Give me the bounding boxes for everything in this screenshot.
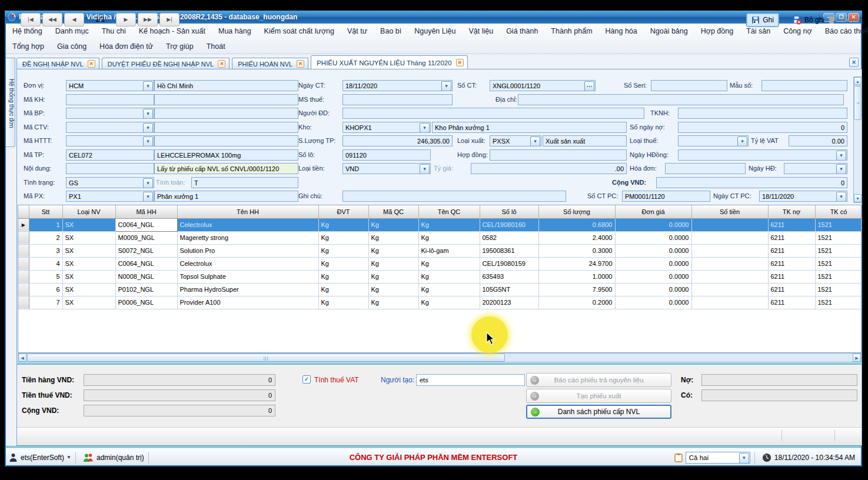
scroll-thumb-horizontal[interactable]: ||| — [27, 354, 505, 362]
grid-cell[interactable]: 0.0000 — [615, 244, 691, 257]
ma-px-combo[interactable]: PX1 — [66, 191, 154, 202]
grid-cell[interactable]: C0064_NGL — [115, 218, 177, 231]
noi-dung-note-field[interactable]: Lấy từ phiếu cấp NVL số CNVL/0001/1120 — [154, 163, 298, 174]
grid-cell[interactable]: Provider A100 — [177, 296, 318, 309]
grid-cell[interactable]: 0.0000 — [615, 283, 691, 296]
menu-item-row1-14[interactable]: Hợp đồng — [694, 27, 740, 35]
grid-cell[interactable]: 0.3000 — [538, 244, 615, 257]
loai-tien-combo[interactable]: VND — [342, 163, 431, 174]
grid-cell[interactable]: 6 — [29, 283, 62, 296]
grid-cell[interactable]: Kg — [418, 296, 480, 309]
grid-cell[interactable]: 2.4000 — [538, 231, 615, 244]
row-marker[interactable] — [18, 244, 29, 257]
grid-cell[interactable]: CEL/19080160 — [480, 218, 538, 231]
row-marker[interactable] — [18, 296, 29, 309]
grid-cell[interactable] — [691, 296, 768, 309]
tab-2[interactable]: PHIẾU HOÀN NVL✕ — [232, 58, 308, 69]
ma-tp-field[interactable]: CEL072 — [66, 149, 154, 161]
tab-close-icon[interactable]: ✕ — [218, 60, 225, 68]
mode-combo[interactable]: Cả hai — [686, 452, 750, 464]
grid-cell[interactable] — [691, 231, 768, 244]
grid-header-12[interactable]: TK có — [815, 205, 862, 218]
grid-cell[interactable]: 7.9500 — [538, 283, 615, 296]
grid-cell[interactable]: SX — [62, 231, 115, 244]
so-ngay-no-field[interactable]: 0 — [678, 122, 847, 133]
vat-checkbox[interactable]: ✓ — [302, 375, 311, 384]
grid-cell[interactable]: 2 — [29, 231, 62, 244]
grid-header-5[interactable]: Mã QC — [368, 205, 418, 218]
nav-next-icon[interactable]: ▶ — [116, 13, 136, 26]
menu-item-row1-8[interactable]: Nguyên Liệu — [408, 27, 462, 35]
menu-item-row1-11[interactable]: Thành phẩm — [544, 27, 598, 35]
menu-item-row2-3[interactable]: Trợ giúp — [159, 42, 200, 51]
menu-item-row1-7[interactable]: Bao bì — [374, 27, 408, 35]
grid-cell[interactable]: SX — [62, 244, 115, 257]
grid-header-6[interactable]: Tên QC — [418, 205, 480, 218]
grid-cell[interactable]: 6211 — [768, 270, 815, 283]
kho-name-field[interactable]: Kho Phân xưởng 1 — [432, 122, 627, 133]
scroll-down-icon[interactable]: ▼ — [854, 194, 862, 202]
grid-cell[interactable]: Kg — [368, 296, 418, 309]
menu-item-row2-1[interactable]: Gia công — [51, 42, 93, 51]
vat-checkbox-label[interactable]: Tính thuế VAT — [314, 375, 359, 385]
grid-header-0[interactable]: Stt — [29, 205, 62, 218]
grid-cell[interactable]: Topsol Sulphate — [177, 270, 318, 283]
ngay-hd-combo[interactable] — [784, 163, 847, 174]
ma-httt-combo[interactable] — [66, 135, 154, 146]
grid-cell[interactable]: 0.0000 — [615, 270, 691, 283]
grid-header-2[interactable]: Mã HH — [115, 205, 177, 218]
ten-px-field[interactable]: Phân xưởng 1 — [154, 191, 298, 202]
tab-0[interactable]: ĐỀ NGHỊ NHẬP NVL✕ — [16, 58, 99, 69]
menu-item-row1-17[interactable]: Báo cáo thuế — [819, 27, 868, 35]
grid-cell[interactable]: Kg — [318, 257, 368, 270]
grid-cell[interactable]: 195008361 — [480, 244, 538, 257]
grid-cell[interactable]: Kg — [368, 270, 418, 283]
grid-cell[interactable]: Kg — [368, 218, 418, 231]
grid-cell[interactable]: M0009_NGL — [115, 231, 177, 244]
so-seri-field[interactable] — [651, 80, 727, 91]
ma-bp-combo[interactable] — [66, 108, 154, 119]
loai-xuat-name-field[interactable]: Xuất sản xuất — [543, 135, 627, 146]
grid-cell[interactable] — [691, 283, 768, 296]
grid-cell[interactable]: SX — [62, 296, 115, 309]
tinh-trang-combo[interactable]: GS — [66, 177, 154, 188]
form-vertical-scrollbar[interactable]: ▲ ≡ ▼ — [853, 76, 862, 203]
menu-item-row1-1[interactable]: Danh mục — [49, 27, 95, 35]
grid-cell[interactable]: Ki-lô-gam — [418, 244, 480, 257]
nav-first-icon[interactable]: |◀ — [21, 13, 41, 26]
grid-cell[interactable]: P0102_NGL — [115, 283, 177, 296]
ngay-hdong-combo[interactable] — [678, 149, 847, 161]
menu-item-row1-2[interactable]: Thu chi — [95, 27, 132, 35]
nav-fast-prev-icon[interactable]: ◀◀ — [42, 13, 62, 26]
grid-cell[interactable]: 6211 — [768, 296, 815, 309]
grid-cell[interactable]: 0.0000 — [615, 231, 691, 244]
scroll-right-icon[interactable]: ▶ — [853, 354, 861, 362]
loai-thue-combo[interactable] — [678, 135, 749, 146]
ten-kh-field[interactable] — [154, 94, 298, 105]
ngay-ct-combo[interactable]: 18/11/2020 — [342, 80, 453, 91]
grid-header-3[interactable]: Tên HH — [177, 205, 318, 218]
tao-phieu-xuat-button[interactable]: → Tạo phiếu xuất — [526, 389, 671, 403]
menu-item-row1-3[interactable]: Kế hoạch - Sản xuất — [132, 27, 212, 35]
tab-close-icon[interactable]: ✕ — [297, 60, 304, 68]
cong-vnd-field[interactable]: 0 — [656, 177, 847, 188]
ten-ctv-field[interactable] — [154, 122, 298, 133]
grid-cell[interactable]: CEL/19080159 — [480, 257, 538, 270]
grid-cell[interactable]: 635493 — [480, 270, 538, 283]
menu-item-row1-5[interactable]: Kiểm soát chất lượng — [258, 27, 341, 35]
grid-cell[interactable]: 5 — [29, 270, 62, 283]
grid-cell[interactable]: Celectrolux — [177, 257, 318, 270]
bao-cao-phieu-tra-button[interactable]: → Báo cáo phiếu trả nguyên liệu — [526, 373, 671, 387]
grid-cell[interactable]: 6211 — [768, 218, 815, 231]
grid-cell[interactable]: 1521 — [815, 283, 862, 296]
grid-cell[interactable]: Celectrolux — [177, 218, 318, 231]
menu-item-row1-10[interactable]: Giá thành — [500, 27, 544, 35]
don-vi-name-field[interactable]: Hồ Chí Minh — [154, 80, 298, 91]
danh-sach-phieu-cap-button[interactable]: → Danh sách phiếu cấp NVL — [526, 405, 671, 419]
grid-cell[interactable]: 105G5NT — [480, 283, 538, 296]
ten-httt-field[interactable] — [154, 135, 298, 146]
grid-corner-cell[interactable] — [18, 205, 29, 218]
nav-prev-icon[interactable]: ◀ — [64, 13, 84, 26]
grid-cell[interactable]: 20200123 — [480, 296, 538, 309]
scroll-up-icon[interactable]: ▲ — [854, 77, 862, 85]
